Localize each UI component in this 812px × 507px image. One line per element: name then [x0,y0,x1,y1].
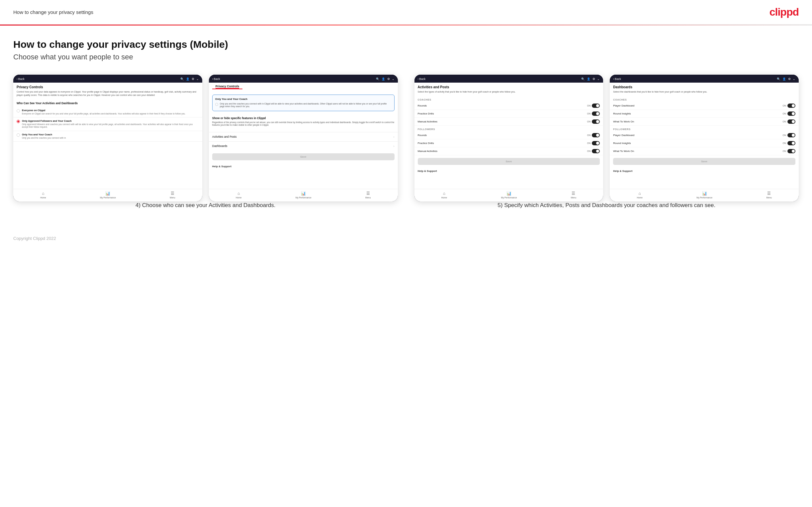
save-button-2[interactable]: Save [212,153,395,160]
person-icon-3[interactable]: 👤 [587,77,591,80]
phone-mockup-1: ‹ Back 🔍 👤 ⚙ ⌄ Privacy Controls [13,75,202,202]
settings-icon-3[interactable]: ⚙ [593,77,595,80]
toggle-knob-workon-c[interactable] [788,119,796,124]
body-text-1: Control how you and your data appears to… [13,90,202,100]
toggle-manual-followers[interactable]: Manual Activities ON [414,147,603,155]
toggle-manual-coaches[interactable]: Manual Activities ON [414,118,603,126]
nav-performance-1[interactable]: 📊 My Performance [100,191,116,199]
footer: Copyright Clippd 2022 [0,229,812,247]
chevron-down-icon-2: ⌄ [392,77,395,80]
radio-option-approved[interactable]: Only Approved Followers and Your Coach O… [13,117,202,131]
toggle-round-insights-c[interactable]: Round Insights ON [610,110,799,118]
toggle-knob-rounds-f[interactable] [592,133,600,137]
dashboards-link[interactable]: Dashboards › [209,142,398,151]
radio-only-you[interactable] [16,133,20,137]
back-button-1[interactable]: ‹ Back [16,77,24,80]
toggle-rounds-followers[interactable]: Rounds ON [414,131,603,139]
main-content: How to change your privacy settings (Mob… [0,25,812,229]
toggle-knob-drills-c[interactable] [592,111,600,116]
phone-body-2: Privacy Controls Only You and Your Coach… [209,82,398,189]
toggle-knob-player-c[interactable] [788,104,796,108]
toggle-switch-manual-c[interactable]: ON [587,119,600,124]
activities-posts-link[interactable]: Activities and Posts › [209,132,398,142]
popup-option-row: Only you and the coaches you connect wit… [215,103,392,108]
popup-card: Only You and Your Coach Only you and the… [212,95,395,111]
nav-home-3[interactable]: ⌂ Home [441,191,447,199]
save-button-4[interactable]: Save [613,158,796,165]
toggle-drills-coaches[interactable]: Practice Drills ON [414,110,603,118]
toggle-label-rounds-c: Rounds [418,104,427,107]
section-title-4: Dashboards [610,82,799,90]
radio-option-only-you[interactable]: Only You and Your Coach Only you and the… [13,131,202,142]
toggle-work-on-f[interactable]: What To Work On ON [610,147,799,155]
nav-menu-1[interactable]: ☰ Menu [170,191,175,199]
menu-icon-2: ☰ [366,191,370,196]
toggle-work-on-c[interactable]: What To Work On ON [610,118,799,126]
search-icon-4[interactable]: 🔍 [777,77,780,80]
person-icon-4[interactable]: 👤 [782,77,786,80]
settings-icon[interactable]: ⚙ [192,77,194,80]
toggle-knob-manual-f[interactable] [592,149,600,153]
header-icons-3: 🔍 👤 ⚙ ⌄ [581,77,600,80]
show-hide-title: Show or hide specific features in Clippd [212,116,395,120]
radio-desc-everyone: Everyone on Clippd can search for you an… [22,112,185,115]
toggle-switch-drills-c[interactable]: ON [587,111,600,116]
radio-everyone[interactable] [16,109,20,112]
save-button-3[interactable]: Save [418,158,600,165]
person-icon-2[interactable]: 👤 [382,77,385,80]
nav-menu-2[interactable]: ☰ Menu [365,191,371,199]
toggle-knob-insights-f[interactable] [788,141,796,145]
menu-icon-4: ☰ [767,191,771,196]
toggle-round-insights-f[interactable]: Round Insights ON [610,139,799,147]
popup-title: Only You and Your Coach [215,98,392,101]
phone-mockup-4: ‹ Back 🔍 👤 ⚙ ⌄ Dashboards [610,75,799,202]
left-screens: ‹ Back 🔍 👤 ⚙ ⌄ Privacy Controls [13,75,398,202]
back-button-2[interactable]: ‹ Back [212,77,220,80]
search-icon-2[interactable]: 🔍 [376,77,379,80]
nav-home-1[interactable]: ⌂ Home [40,191,46,199]
chevron-dashboards: › [393,144,394,148]
nav-home-2[interactable]: ⌂ Home [236,191,242,199]
nav-home-4[interactable]: ⌂ Home [637,191,642,199]
back-button-4[interactable]: ‹ Back [613,77,621,80]
radio-approved[interactable] [16,120,20,123]
toggle-knob-rounds-c[interactable] [592,104,600,108]
nav-performance-4[interactable]: 📊 My Performance [697,191,712,199]
toggle-player-dash-c[interactable]: Player Dashboard ON [610,102,799,110]
nav-menu-4[interactable]: ☰ Menu [766,191,771,199]
chart-icon: 📊 [105,191,110,196]
toggle-knob-insights-c[interactable] [788,111,796,116]
toggle-drills-followers[interactable]: Practice Drills ON [414,139,603,147]
radio-option-everyone[interactable]: Everyone on Clippd Everyone on Clippd ca… [13,107,202,117]
right-column: ‹ Back 🔍 👤 ⚙ ⌄ Activities and Pos [414,75,799,209]
toggle-knob-manual-c[interactable] [592,119,600,124]
search-icon-3[interactable]: 🔍 [581,77,585,80]
toggle-label-workon-f: What To Work On [613,150,634,153]
toggle-rounds-coaches[interactable]: Rounds ON [414,102,603,110]
search-icon[interactable]: 🔍 [180,77,184,80]
person-icon[interactable]: 👤 [186,77,190,80]
toggle-switch-rounds-c[interactable]: ON [587,104,600,108]
toggle-knob-player-f[interactable] [788,133,796,137]
toggle-switch-manual-f[interactable]: ON [587,149,600,153]
toggle-switch-drills-f[interactable]: ON [587,141,600,145]
home-icon-2: ⌂ [238,191,240,196]
toggle-knob-drills-f[interactable] [592,141,600,145]
nav-menu-3[interactable]: ☰ Menu [571,191,576,199]
followers-label-4: FOLLOWERS [610,126,799,131]
page-title: How to change your privacy settings (Mob… [13,39,799,50]
radio-label-approved: Only Approved Followers and Your Coach [22,119,199,122]
phone-header-3: ‹ Back 🔍 👤 ⚙ ⌄ [414,75,603,82]
settings-icon-2[interactable]: ⚙ [387,77,390,80]
toggle-switch-rounds-f[interactable]: ON [587,133,600,137]
settings-icon-4[interactable]: ⚙ [788,77,791,80]
toggle-player-dash-f[interactable]: Player Dashboard ON [610,131,799,139]
header-icons-1: 🔍 👤 ⚙ ⌄ [180,77,199,80]
nav-performance-3[interactable]: 📊 My Performance [501,191,517,199]
nav-performance-2[interactable]: 📊 My Performance [296,191,311,199]
toggle-knob-workon-f[interactable] [788,149,796,153]
left-column: ‹ Back 🔍 👤 ⚙ ⌄ Privacy Controls [13,75,398,209]
home-icon-4: ⌂ [639,191,641,196]
tab-privacy-controls[interactable]: Privacy Controls [215,84,240,89]
back-button-3[interactable]: ‹ Back [418,77,426,80]
